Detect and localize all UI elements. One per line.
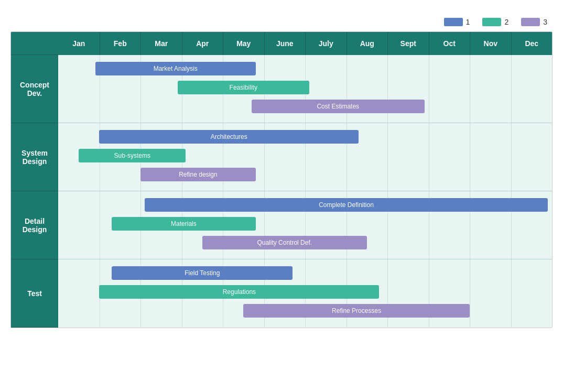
bar-row-system-design-0: Architectures [58,129,552,145]
month-header-nov: Nov [470,32,511,55]
year-header [11,32,58,55]
month-header-may: May [223,32,264,55]
legend-label-3: 3 [543,18,547,26]
bar-row-detail-design-2: Quality Control Def. [58,235,552,251]
bar-detail-design-0: Complete Definition [145,198,548,212]
bar-row-concept-dev-1: Feasibility [58,80,552,95]
bar-row-test-0: Field Testing [58,265,552,281]
bar-system-design-0: Architectures [99,130,359,144]
bar-system-design-1: Sub-systems [79,149,186,162]
section-row-detail-design: Complete DefinitionMaterialsQuality Cont… [58,191,552,259]
legend: 123 [10,18,553,26]
section-row-system-design: ArchitecturesSub-systemsRefine design [58,123,552,191]
section-row-test: Field TestingRegulationsRefine Processes [58,259,552,328]
bar-row-detail-design-0: Complete Definition [58,197,552,213]
month-header-sept: Sept [387,32,429,55]
bar-detail-design-2: Quality Control Def. [202,236,367,249]
bar-system-design-2: Refine design [140,168,256,181]
label-column: Concept Dev.System DesignDetail DesignTe… [11,32,58,328]
legend-color-3 [521,18,540,26]
month-header-mar: Mar [140,32,182,55]
bar-row-test-1: Regulations [58,284,552,300]
bar-concept-dev-2: Cost Estimates [252,100,425,113]
bar-test-1: Regulations [99,285,379,299]
bar-row-system-design-1: Sub-systems [58,148,552,164]
month-header-june: June [264,32,306,55]
section-label-concept-dev: Concept Dev. [11,55,58,123]
bar-concept-dev-1: Feasibility [178,81,309,94]
bar-row-test-2: Refine Processes [58,303,552,319]
gantt-chart: Concept Dev.System DesignDetail DesignTe… [10,31,553,328]
section-label-system-design: System Design [11,123,58,191]
month-header: JanFebMarAprMayJuneJulyAugSeptOctNovDec [58,32,552,55]
month-header-feb: Feb [100,32,141,55]
legend-color-1 [444,18,463,26]
section-label-detail-design: Detail Design [11,191,58,259]
month-header-apr: Apr [182,32,223,55]
legend-item-3: 3 [521,18,547,26]
bar-row-system-design-2: Refine design [58,167,552,182]
legend-item-1: 1 [444,18,470,26]
bar-test-2: Refine Processes [243,304,470,318]
bar-detail-design-1: Materials [112,217,256,231]
legend-color-2 [482,18,501,26]
month-header-oct: Oct [429,32,470,55]
month-header-aug: Aug [347,32,388,55]
bar-concept-dev-0: Market Analysis [95,62,256,75]
month-header-jan: Jan [58,32,100,55]
bar-test-0: Field Testing [112,266,293,280]
legend-item-2: 2 [482,18,508,26]
bar-row-concept-dev-0: Market Analysis [58,61,552,77]
grid-area: JanFebMarAprMayJuneJulyAugSeptOctNovDec … [58,32,552,328]
legend-label-1: 1 [466,18,470,26]
legend-label-2: 2 [504,18,508,26]
section-row-concept-dev: Market AnalysisFeasibilityCost Estimates [58,55,552,123]
month-header-dec: Dec [511,32,553,55]
month-header-july: July [305,32,347,55]
section-label-test: Test [11,259,58,328]
bar-row-detail-design-1: Materials [58,216,552,232]
bar-row-concept-dev-2: Cost Estimates [58,99,552,114]
